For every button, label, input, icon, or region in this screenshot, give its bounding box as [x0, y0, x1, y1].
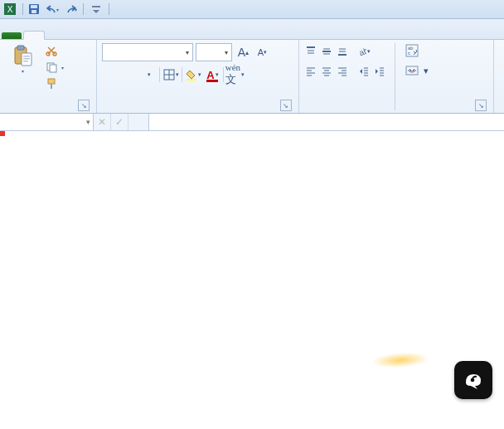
- border-button[interactable]: ▾: [162, 66, 179, 83]
- svg-rect-3: [31, 5, 37, 8]
- chevron-down-icon: ▾: [221, 49, 228, 56]
- svg-rect-4: [32, 10, 36, 13]
- merge-icon: a: [405, 64, 419, 77]
- wrap-text-icon: abc: [405, 44, 419, 57]
- copy-button[interactable]: ▾: [43, 60, 65, 75]
- svg-rect-17: [51, 84, 52, 89]
- undo-button[interactable]: ▾: [44, 2, 61, 17]
- increase-indent-button[interactable]: [373, 63, 386, 80]
- formula-bar: ✕ ✓: [0, 114, 504, 131]
- font-color-button[interactable]: A ▾: [204, 66, 220, 83]
- group-title-font: ↘: [102, 110, 293, 112]
- watermark-glow: [371, 351, 429, 370]
- group-title-clipboard: ↘: [5, 110, 91, 112]
- bold-button[interactable]: [102, 66, 119, 83]
- align-left-button[interactable]: [304, 63, 317, 80]
- fill-color-button[interactable]: ▾: [185, 66, 201, 83]
- increase-font-button[interactable]: A▴: [235, 44, 251, 61]
- watermark: [454, 361, 499, 399]
- tab-data[interactable]: [104, 32, 124, 39]
- svg-text:c: c: [408, 51, 410, 56]
- tab-page-layout[interactable]: [65, 32, 85, 39]
- align-center-button[interactable]: [320, 63, 333, 80]
- group-font: ▾ ▾ A▴ A▾ ▾ ▾ ▾: [97, 40, 298, 113]
- svg-rect-11: [23, 61, 28, 62]
- tab-formulas[interactable]: [85, 32, 104, 39]
- phonetic-button[interactable]: wén文▾: [226, 66, 243, 83]
- dialog-launcher-icon[interactable]: ↘: [78, 100, 90, 111]
- svg-rect-21: [187, 79, 196, 80]
- tab-review[interactable]: [124, 32, 144, 39]
- align-bottom-button[interactable]: [336, 43, 349, 60]
- name-box[interactable]: [0, 114, 94, 130]
- chevron-down-icon: ▾: [75, 7, 77, 12]
- chevron-down-icon: ▾: [182, 49, 189, 56]
- ribbon: ▾ ▾: [0, 40, 504, 114]
- group-title-alignment: ↘: [304, 110, 488, 112]
- chevron-down-icon: ▾: [424, 66, 429, 76]
- fx-cancel-button[interactable]: ✕: [94, 114, 111, 130]
- redo-button[interactable]: ▾: [62, 2, 79, 17]
- title-bar: X ▾ ▾: [0, 0, 504, 19]
- chevron-down-icon: ▾: [56, 7, 59, 12]
- quick-access-toolbar: ▾ ▾: [26, 2, 112, 17]
- tab-view[interactable]: [144, 32, 164, 39]
- decrease-indent-button[interactable]: [357, 63, 371, 80]
- formula-input[interactable]: [149, 114, 504, 130]
- svg-rect-22: [206, 80, 218, 82]
- paste-button[interactable]: ▾: [5, 43, 41, 76]
- dialog-launcher-icon[interactable]: ↘: [475, 100, 487, 111]
- paste-icon: [12, 45, 34, 66]
- watermark-logo-icon: [454, 361, 492, 399]
- decrease-font-button[interactable]: A▾: [254, 44, 270, 61]
- insert-function-button[interactable]: [128, 114, 149, 130]
- svg-rect-7: [17, 46, 24, 50]
- align-top-button[interactable]: [304, 43, 317, 60]
- svg-text:ab: ab: [357, 46, 366, 57]
- merge-center-button[interactable]: a ▾: [404, 63, 430, 78]
- save-button[interactable]: [26, 2, 42, 17]
- chevron-down-icon: ▾: [61, 65, 64, 71]
- cut-button[interactable]: [43, 43, 65, 58]
- wrap-text-button[interactable]: abc: [404, 43, 430, 58]
- fill-handle[interactable]: [0, 131, 5, 136]
- tab-insert[interactable]: [45, 32, 65, 39]
- ribbon-tabs: [0, 19, 504, 40]
- brush-icon: [45, 77, 58, 90]
- align-right-button[interactable]: [336, 63, 349, 80]
- dialog-launcher-icon[interactable]: ↘: [280, 100, 292, 111]
- group-clipboard: ▾ ▾: [0, 40, 97, 113]
- svg-rect-9: [23, 56, 30, 57]
- scissors-icon: [45, 44, 58, 57]
- font-name-select[interactable]: ▾: [102, 43, 193, 61]
- qat-customize-button[interactable]: [88, 2, 104, 17]
- group-overflow: [494, 40, 504, 113]
- orientation-button[interactable]: ab▾: [357, 43, 371, 60]
- app-icon: X: [3, 2, 17, 16]
- svg-text:X: X: [7, 5, 13, 14]
- format-painter-button[interactable]: [43, 76, 65, 91]
- separator: [109, 3, 109, 15]
- svg-rect-16: [48, 79, 55, 84]
- underline-button[interactable]: ▾: [140, 66, 157, 83]
- svg-rect-15: [50, 65, 56, 72]
- svg-rect-5: [92, 6, 100, 7]
- fx-enter-button[interactable]: ✓: [111, 114, 128, 130]
- chevron-down-icon: ▾: [22, 68, 24, 74]
- separator: [22, 3, 23, 15]
- tab-home[interactable]: [23, 31, 45, 40]
- group-alignment: ab▾ abc a: [299, 40, 494, 113]
- tab-file[interactable]: [2, 32, 22, 39]
- copy-icon: [45, 61, 58, 74]
- separator: [83, 3, 84, 15]
- italic-button[interactable]: [121, 66, 138, 83]
- svg-rect-10: [23, 58, 30, 60]
- tab-developer[interactable]: [164, 32, 184, 39]
- font-size-select[interactable]: ▾: [196, 43, 232, 61]
- worksheet-grid[interactable]: [0, 131, 504, 416]
- align-middle-button[interactable]: [320, 43, 333, 60]
